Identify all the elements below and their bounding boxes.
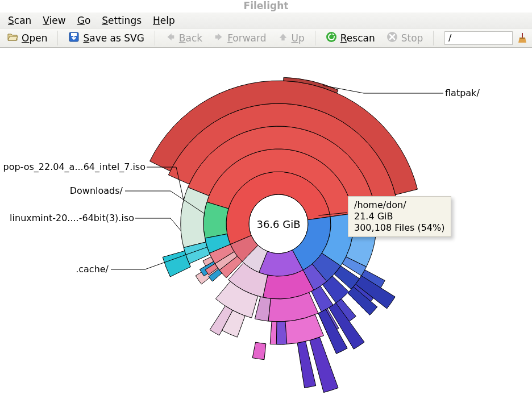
svg-marker-3 bbox=[215, 33, 222, 40]
menu-view[interactable]: View bbox=[38, 14, 70, 27]
back-label: Back bbox=[179, 32, 202, 44]
arrow-up-icon bbox=[278, 32, 288, 44]
label-downloads: Downloads/ bbox=[70, 185, 123, 196]
menu-go[interactable]: Go bbox=[73, 14, 95, 27]
toolbar-separator bbox=[433, 31, 434, 45]
hover-tooltip: /home/don/ 21.4 GiB 300,108 Files (54%) bbox=[348, 196, 451, 237]
stop-label: Stop bbox=[401, 32, 423, 44]
svg-rect-8 bbox=[522, 33, 523, 38]
save-icon bbox=[68, 31, 80, 45]
rescan-button[interactable]: Rescan bbox=[322, 30, 379, 46]
title-bar: Filelight bbox=[0, 0, 532, 12]
up-label: Up bbox=[292, 32, 305, 44]
save-svg-button[interactable]: Save as SVG bbox=[65, 30, 147, 46]
stop-button: Stop bbox=[383, 30, 427, 46]
location-bar bbox=[444, 31, 529, 45]
forward-label: Forward bbox=[227, 32, 266, 44]
up-button: Up bbox=[275, 31, 308, 45]
tooltip-files: 300,108 Files (54%) bbox=[354, 222, 445, 234]
label-linuxmint-iso: linuxmint-20....-64bit(3).iso bbox=[10, 213, 134, 223]
open-button[interactable]: Open bbox=[3, 30, 51, 46]
svg-marker-2 bbox=[167, 33, 174, 40]
svg-point-5 bbox=[326, 32, 336, 42]
svg-marker-4 bbox=[279, 34, 286, 40]
open-label: Open bbox=[22, 32, 47, 44]
label-flatpak: flatpak/ bbox=[445, 88, 480, 98]
save-svg-label: Save as SVG bbox=[83, 32, 144, 44]
center-size-label: 36.6 GiB bbox=[256, 218, 300, 230]
clear-location-icon[interactable] bbox=[516, 32, 529, 44]
label-cache: .cache/ bbox=[76, 264, 109, 275]
location-input[interactable] bbox=[444, 31, 513, 45]
document-open-icon bbox=[7, 31, 18, 45]
chart-area[interactable]: 36.6 GiB flatpak/ pop-os_22.04_a...64_in… bbox=[0, 48, 532, 399]
arrow-right-icon bbox=[214, 32, 224, 44]
toolbar-separator bbox=[155, 31, 155, 45]
arrow-left-icon bbox=[165, 32, 176, 44]
refresh-icon bbox=[326, 31, 337, 45]
label-pop-os-iso: pop-os_22.04_a...64_intel_7.iso bbox=[3, 161, 146, 172]
toolbar: Open Save as SVG Back Forward Up Rescan bbox=[0, 28, 532, 48]
menu-help[interactable]: Help bbox=[148, 14, 180, 27]
back-button: Back bbox=[162, 31, 206, 45]
svg-rect-1 bbox=[71, 33, 77, 36]
menu-scan[interactable]: Scan bbox=[3, 14, 36, 27]
menu-bar: Scan View Go Settings Help bbox=[0, 12, 532, 28]
window-title: Filelight bbox=[244, 0, 289, 11]
rescan-label: Rescan bbox=[340, 32, 375, 44]
tooltip-path: /home/don/ bbox=[354, 200, 445, 211]
menu-settings[interactable]: Settings bbox=[97, 14, 146, 27]
toolbar-separator bbox=[57, 31, 58, 45]
stop-icon bbox=[386, 31, 398, 45]
toolbar-separator bbox=[315, 31, 315, 45]
svg-line-16 bbox=[171, 218, 181, 231]
forward-button: Forward bbox=[210, 31, 269, 45]
tooltip-size: 21.4 GiB bbox=[354, 211, 445, 222]
